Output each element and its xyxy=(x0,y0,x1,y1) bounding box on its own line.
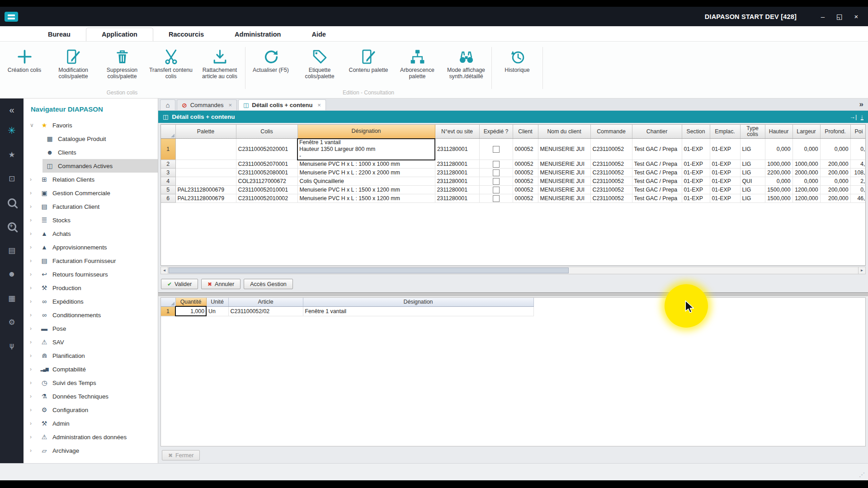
annuler-button[interactable]: ✖ Annuler xyxy=(201,279,241,289)
cell-nom-client[interactable]: MENUISERIE JUI xyxy=(538,160,590,169)
cell-poids[interactable]: 4, xyxy=(850,160,866,169)
tree-chevron-icon[interactable]: › xyxy=(30,393,39,399)
scroll-left-icon[interactable]: ◄ xyxy=(160,267,168,274)
expedie-checkbox[interactable] xyxy=(493,195,500,202)
sidebar-item[interactable]: › ⊞ Relation Clients xyxy=(24,173,158,186)
col-designation[interactable]: Désignation xyxy=(297,125,435,139)
cell-section[interactable]: 01-EXP xyxy=(682,160,710,169)
cell-hauteur[interactable]: 0,000 xyxy=(765,139,793,160)
quantite-input[interactable]: 1,000 xyxy=(175,306,206,316)
cell-colis[interactable]: COL231127000672 xyxy=(236,177,297,186)
select-all-corner[interactable] xyxy=(161,298,175,306)
col-palette[interactable]: Palette xyxy=(175,125,236,139)
cell-client[interactable]: 000052 xyxy=(513,169,538,177)
cell-designation[interactable]: Menuiserie PVC H x L : 1000 x 1000 mm xyxy=(297,160,435,169)
cell-poids[interactable]: 108, xyxy=(850,169,866,177)
sidebar-item[interactable]: › ⚗ Données Techniques xyxy=(24,389,158,403)
cell-designation[interactable]: Fenêtre 1 vantail Hauteur 1350 Largeur 8… xyxy=(297,139,435,160)
documents-icon[interactable]: ▤ xyxy=(0,244,24,257)
col-nevt[interactable]: N°evt ou site xyxy=(435,125,479,139)
sidebar-item[interactable]: › ▂▄▆ Comptabilité xyxy=(24,362,158,376)
expedie-checkbox[interactable] xyxy=(493,169,500,176)
tree-chevron-icon[interactable]: › xyxy=(30,325,39,332)
cell-emplac[interactable]: 01-EXP xyxy=(710,194,740,203)
cell-hauteur[interactable]: 1000,000 xyxy=(765,160,793,169)
cell-largeur[interactable]: 0,000 xyxy=(793,139,820,160)
cell-largeur[interactable]: 1200,000 xyxy=(793,194,820,203)
cell-commande[interactable]: C231100052 xyxy=(590,194,632,203)
cell-section[interactable]: 01-EXP xyxy=(682,186,710,194)
sidebar-item[interactable]: › ☰ Stocks xyxy=(24,213,158,227)
cell-profond[interactable]: 200,000 xyxy=(820,194,850,203)
col-colis[interactable]: Colis xyxy=(236,125,297,139)
favorites-icon[interactable]: ★ xyxy=(0,148,24,161)
export-download-icon[interactable]: ↓ xyxy=(861,113,864,120)
col-expedie[interactable]: Expédié ? xyxy=(479,125,513,139)
tab-detail-colis[interactable]: ◫ Détail colis + contenu × xyxy=(238,99,326,110)
cell-emplac[interactable]: 01-EXP xyxy=(710,160,740,169)
minimize-button[interactable]: – xyxy=(818,13,827,21)
advanced-search-icon[interactable]: + xyxy=(0,220,24,233)
row-number[interactable]: 2 xyxy=(161,160,175,169)
tree-chevron-icon[interactable]: › xyxy=(30,352,39,359)
sidebar-item[interactable]: › ▬ Pose xyxy=(24,322,158,335)
cell-chantier[interactable]: Test GAC / Prepa xyxy=(632,177,682,186)
tab-commandes[interactable]: ⊘ Commandes × xyxy=(177,99,237,110)
col-unite[interactable]: Unité xyxy=(206,298,228,306)
cell-designation[interactable]: Colis Quincaillerie xyxy=(297,177,435,186)
cell-profond[interactable]: 0,000 xyxy=(820,139,850,160)
tree-chevron-icon[interactable]: › xyxy=(30,217,39,223)
col-designation2[interactable]: Désignation xyxy=(303,298,533,306)
cell-profond[interactable]: 200,000 xyxy=(820,169,850,177)
cell-chantier[interactable]: Test GAC / Prepa xyxy=(632,186,682,194)
cell-client[interactable]: 000052 xyxy=(513,186,538,194)
cell-colis[interactable]: C231100052020001 xyxy=(236,139,297,160)
col-commande[interactable]: Commande xyxy=(590,125,632,139)
resize-grip-icon[interactable]: ⋰ xyxy=(859,471,865,478)
tree-chevron-icon[interactable]: › xyxy=(30,244,39,250)
cell-section[interactable]: 01-EXP xyxy=(682,139,710,160)
col-quantite[interactable]: Quantité xyxy=(175,298,206,306)
close-tab-icon[interactable]: × xyxy=(228,102,232,108)
tree-chevron-icon[interactable]: › xyxy=(30,407,39,413)
sidebar-item[interactable]: › ▱ Archivage xyxy=(24,444,158,457)
col-type-colis[interactable]: Type colis xyxy=(740,125,765,139)
tree-chevron-icon[interactable]: › xyxy=(30,258,39,264)
tree-chevron-icon[interactable]: › xyxy=(30,285,39,291)
cell-largeur[interactable]: 1000,000 xyxy=(793,160,820,169)
expedie-checkbox[interactable] xyxy=(493,187,500,193)
restore-button[interactable]: ◱ xyxy=(835,13,844,21)
cell-client[interactable]: 000052 xyxy=(513,139,538,160)
cell-nom-client[interactable]: MENUISERIE JUI xyxy=(538,139,590,160)
menu-tab[interactable]: Administration xyxy=(219,28,296,41)
sidebar-item[interactable]: › ⋒ Planification xyxy=(24,349,158,362)
cell-largeur[interactable]: 2000,000 xyxy=(793,169,820,177)
cell-colis[interactable]: C231100052080001 xyxy=(236,169,297,177)
users-icon[interactable]: ☻ xyxy=(0,267,24,281)
menu-tab[interactable]: Bureau xyxy=(33,28,86,41)
cell-palette[interactable]: PAL231128000679 xyxy=(175,194,236,203)
stock-icon[interactable]: ▦ xyxy=(0,291,24,305)
historique-button[interactable]: Historique xyxy=(493,42,542,98)
row-number[interactable]: 3 xyxy=(161,169,175,177)
sidebar-item[interactable]: › ▤ Facturation Client xyxy=(24,200,158,213)
cell-chantier[interactable]: Test GAC / Prepa xyxy=(632,169,682,177)
sidebar-item[interactable]: ▦ Catalogue Produit xyxy=(24,132,158,145)
cell-poids[interactable]: 46, xyxy=(850,194,866,203)
cell-nevt[interactable]: 2311280001 xyxy=(435,177,479,186)
cell-section[interactable]: 01-EXP xyxy=(682,177,710,186)
cell-colis[interactable]: C231100052010002 xyxy=(236,194,297,203)
goto-end-icon[interactable]: →| xyxy=(849,113,857,120)
acces-gestion-button[interactable]: Accès Gestion xyxy=(244,279,293,289)
menu-tab[interactable]: Application xyxy=(86,28,153,41)
cell-profond[interactable]: 200,000 xyxy=(820,186,850,194)
scroll-right-icon[interactable]: ► xyxy=(858,267,866,274)
row-number[interactable]: 5 xyxy=(161,186,175,194)
cell-article[interactable]: C231100052/02 xyxy=(228,306,303,316)
row-number[interactable]: 4 xyxy=(161,177,175,186)
cell-nevt[interactable]: 2311280001 xyxy=(435,160,479,169)
cell-type-colis[interactable]: QUI xyxy=(740,177,765,186)
search-icon[interactable] xyxy=(0,196,24,209)
cell-chantier[interactable]: Test GAC / Prepa xyxy=(632,139,682,160)
cell-nom-client[interactable]: MENUISERIE JUI xyxy=(538,177,590,186)
